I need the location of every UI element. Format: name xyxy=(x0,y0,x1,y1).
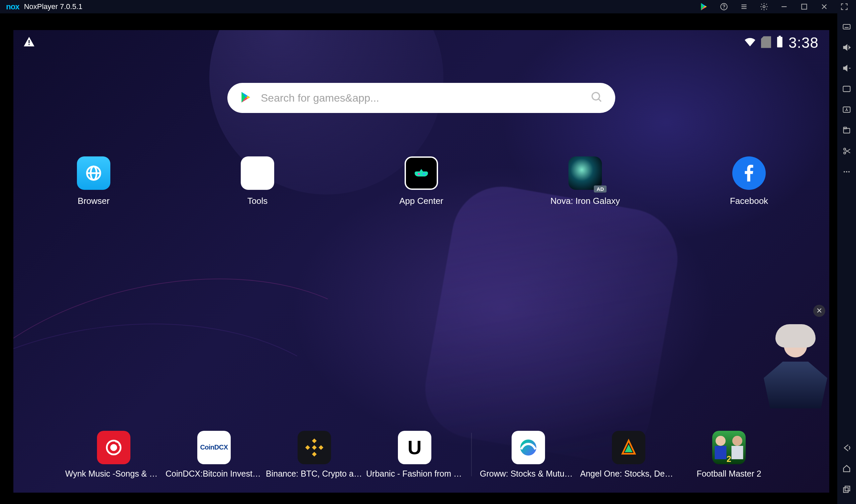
avatar-graphic xyxy=(767,322,824,409)
svg-point-19 xyxy=(844,152,845,154)
svg-rect-27 xyxy=(777,37,782,48)
app-label: Tools xyxy=(247,196,268,206)
svg-rect-47 xyxy=(732,446,743,459)
football-master-2-icon: 2 xyxy=(712,431,746,464)
facebook-icon xyxy=(732,157,766,190)
emulator-screen: 3:38 Browser Tools xyxy=(13,30,829,493)
screenshot-icon[interactable] xyxy=(841,84,852,94)
coindcx-text: CoinDCX xyxy=(200,444,228,451)
more-icon[interactable] xyxy=(841,166,852,177)
side-toolbar xyxy=(837,13,856,504)
svg-rect-41 xyxy=(319,445,323,450)
app-nova-iron-galaxy[interactable]: AD Nova: Iron Galaxy xyxy=(547,157,624,206)
close-icon[interactable] xyxy=(819,2,829,12)
svg-point-35 xyxy=(423,173,425,175)
nox-logo: nox xyxy=(6,2,19,11)
volume-down-icon[interactable] xyxy=(841,63,852,73)
app-center-icon xyxy=(405,157,438,190)
dock-app-binance[interactable]: Binance: BTC, Crypto and N.. xyxy=(266,431,363,479)
svg-rect-46 xyxy=(715,446,727,459)
svg-point-44 xyxy=(716,436,726,446)
home-app-row: Browser Tools App Center AD Nova: Iron G… xyxy=(13,157,829,206)
svg-point-5 xyxy=(763,6,765,8)
svg-point-20 xyxy=(844,171,845,173)
search-bar[interactable] xyxy=(227,83,615,113)
svg-rect-17 xyxy=(844,127,846,129)
app-facebook[interactable]: Facebook xyxy=(711,157,787,206)
settings-icon[interactable] xyxy=(759,2,769,12)
svg-point-21 xyxy=(846,171,847,173)
dock-app-urbanic[interactable]: U Urbanic - Fashion from Lon.. xyxy=(366,431,463,479)
svg-point-45 xyxy=(732,436,742,446)
svg-rect-24 xyxy=(844,488,848,492)
app-label: App Center xyxy=(399,196,443,206)
help-icon[interactable] xyxy=(719,2,729,12)
dock-separator xyxy=(471,433,472,476)
status-clock: 3:38 xyxy=(788,34,819,51)
recents-icon[interactable] xyxy=(841,484,852,494)
svg-rect-26 xyxy=(29,44,30,45)
promo-close-icon[interactable]: ✕ xyxy=(813,305,825,317)
keyboard-map-icon[interactable] xyxy=(841,21,852,32)
search-input[interactable] xyxy=(261,92,582,104)
file-manager-icon[interactable] xyxy=(841,125,852,136)
svg-rect-23 xyxy=(845,486,850,491)
urbanic-glyph: U xyxy=(408,436,422,458)
svg-point-34 xyxy=(418,173,420,175)
promo-character[interactable]: ✕ xyxy=(767,322,827,415)
svg-point-37 xyxy=(111,445,117,450)
menu-icon[interactable] xyxy=(739,2,749,12)
svg-rect-25 xyxy=(29,40,30,43)
android-statusbar: 3:38 xyxy=(13,32,829,53)
svg-point-1 xyxy=(724,8,724,9)
scissors-icon[interactable] xyxy=(841,146,852,157)
dock-app-wynk[interactable]: Wynk Music -Songs & Hello.. xyxy=(65,431,162,479)
screencast-icon[interactable] xyxy=(841,104,852,115)
back-icon[interactable] xyxy=(841,443,852,453)
app-label: Nova: Iron Galaxy xyxy=(550,196,620,206)
app-label: Angel One: Stocks, Demat.. xyxy=(580,469,677,479)
svg-point-29 xyxy=(592,93,600,100)
dock-app-angel-one[interactable]: Angel One: Stocks, Demat.. xyxy=(580,431,677,479)
app-app-center[interactable]: App Center xyxy=(383,157,460,206)
groww-icon xyxy=(512,431,545,464)
app-label: Groww: Stocks & Mutual Fu.. xyxy=(480,469,577,479)
dock-row: Wynk Music -Songs & Hello.. CoinDCX Coin… xyxy=(13,416,829,493)
app-label: Wynk Music -Songs & Hello.. xyxy=(65,469,162,479)
wynk-icon xyxy=(97,431,130,464)
svg-rect-42 xyxy=(312,445,317,450)
dock-app-coindcx[interactable]: CoinDCX CoinDCX:Bitcoin Investmen.. xyxy=(165,431,263,479)
svg-rect-10 xyxy=(843,24,850,29)
play-store-icon[interactable] xyxy=(699,2,709,12)
volume-up-icon[interactable] xyxy=(841,42,852,53)
app-tools[interactable]: Tools xyxy=(219,157,296,206)
home-icon[interactable] xyxy=(841,463,852,474)
maximize-icon[interactable] xyxy=(799,2,809,12)
search-icon[interactable] xyxy=(590,91,603,105)
svg-point-22 xyxy=(848,171,850,173)
app-browser[interactable]: Browser xyxy=(55,157,132,206)
play-store-icon xyxy=(239,91,252,105)
svg-rect-28 xyxy=(779,36,781,37)
svg-rect-7 xyxy=(802,4,806,9)
fullscreen-icon[interactable] xyxy=(839,2,849,12)
sim-icon xyxy=(761,36,771,50)
svg-rect-38 xyxy=(312,438,317,443)
app-label: Football Master 2 xyxy=(696,469,761,479)
tools-folder-icon xyxy=(241,157,274,190)
app-label: Binance: BTC, Crypto and N.. xyxy=(266,469,363,479)
svg-rect-40 xyxy=(305,445,310,450)
svg-text:2: 2 xyxy=(727,454,731,463)
browser-icon xyxy=(77,157,110,190)
binance-icon xyxy=(298,431,331,464)
minimize-icon[interactable] xyxy=(779,2,789,12)
nova-icon: AD xyxy=(568,157,602,190)
app-label: Facebook xyxy=(730,196,768,206)
urbanic-icon: U xyxy=(398,431,431,464)
app-label: Browser xyxy=(77,196,109,206)
dock-app-football-master-2[interactable]: 2 Football Master 2 xyxy=(680,431,778,479)
svg-rect-39 xyxy=(312,451,317,456)
dock-app-groww[interactable]: Groww: Stocks & Mutual Fu.. xyxy=(480,431,577,479)
window-title-bar: nox NoxPlayer 7.0.5.1 xyxy=(0,0,856,13)
svg-rect-14 xyxy=(843,86,850,92)
